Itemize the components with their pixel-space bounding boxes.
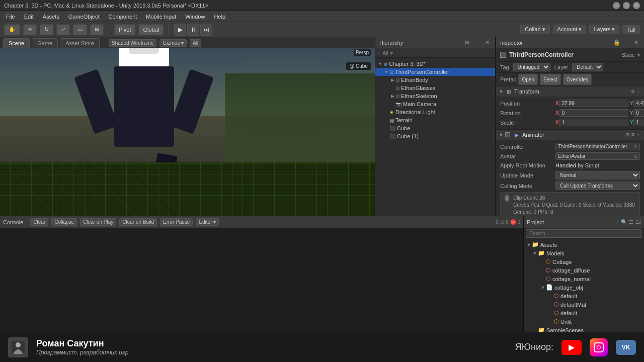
hierarchy-close-btn[interactable]: ✕ (483, 39, 491, 47)
hierarchy-item-dir-light[interactable]: ☀ Directional Light (375, 108, 495, 116)
hierarchy-lock-btn[interactable]: ⊞ (463, 39, 471, 47)
hierarchy-item-tpc[interactable]: ▼ ⊡ ThirdPersonController (375, 68, 495, 76)
scale-tool-btn[interactable]: ⤢ (56, 24, 70, 35)
hierarchy-item-ethan-body[interactable]: ▶ ⊡ EthanBody (375, 76, 495, 84)
hierarchy-item-terrain[interactable]: ▦ Terrain (375, 116, 495, 124)
project-layout-btn[interactable]: ☰ (629, 219, 633, 225)
rot-y-input[interactable] (633, 109, 644, 117)
inspector-close-btn[interactable]: ✕ (632, 39, 640, 47)
hierarchy-add-btn[interactable]: + (377, 50, 380, 56)
menu-mobile-input[interactable]: Mobile Input (142, 13, 180, 21)
animator-more-btn[interactable]: ⋮ (636, 132, 641, 137)
proj-sample-scenes[interactable]: 📁 SampleScenes (524, 326, 644, 332)
hierarchy-item-ethan-glasses[interactable]: ⊡ EthanGlasses (375, 84, 495, 92)
menu-help[interactable]: Help (210, 13, 229, 21)
gizmos-btn[interactable]: Gizmos ▾ (159, 39, 187, 47)
proj-assets-folder[interactable]: ▼ 📁 Assets (524, 240, 644, 249)
animator-settings-btn[interactable]: ⚙ (631, 132, 635, 137)
proj-default-mat[interactable]: ⬡ defaultMat (524, 300, 644, 309)
tab-game[interactable]: Game (32, 38, 58, 48)
inspector-menu-btn[interactable]: ≡ (622, 39, 630, 47)
tab-scene[interactable]: Scene (3, 38, 30, 48)
play-btn[interactable]: ▶ (174, 24, 186, 36)
account-btn[interactable]: Account ▾ (553, 25, 587, 34)
proj-models-folder[interactable]: ▼ 📁 Models (524, 249, 644, 257)
editor-btn[interactable]: Editor ▾ (196, 218, 219, 226)
menu-component[interactable]: Component (104, 13, 141, 21)
clear-on-play-btn[interactable]: Clear on Play (80, 218, 116, 226)
rot-x-input[interactable] (559, 109, 628, 117)
pivot-btn[interactable]: Pivot (114, 24, 135, 35)
project-search-input[interactable] (526, 229, 642, 238)
hierarchy-menu-btn[interactable]: ≡ (473, 39, 481, 47)
close-btn[interactable]: ✕ (633, 2, 640, 9)
obj-active-checkbox[interactable] (500, 52, 506, 58)
transform-more-btn[interactable]: ⋮ (636, 89, 641, 94)
scale-x-input[interactable] (559, 119, 628, 126)
global-btn[interactable]: Global (138, 24, 164, 35)
menu-assets[interactable]: Assets (39, 13, 63, 21)
menu-gameobject[interactable]: GameObject (64, 13, 104, 21)
layer-select[interactable]: Default (572, 63, 603, 71)
proj-cottage[interactable]: ⬡ Cottage (524, 257, 644, 266)
inspector-lock-btn[interactable]: 🔒 (613, 39, 621, 47)
animator-ref-btn[interactable]: ⊞ (625, 132, 629, 137)
move-tool-btn[interactable]: ✛ (23, 24, 37, 35)
pos-y-input[interactable] (633, 100, 644, 107)
step-btn[interactable]: ⏭ (200, 24, 212, 36)
culling-mode-select[interactable]: Cull Update Transforms (555, 182, 640, 190)
avatar-ref[interactable]: EthanAvatar ⊙ (555, 152, 640, 160)
rotate-tool-btn[interactable]: ↻ (40, 24, 53, 35)
hierarchy-item-main-camera[interactable]: 📷 Main Camera (375, 100, 495, 108)
prefab-select-btn[interactable]: Select (540, 74, 561, 85)
collapse-btn[interactable]: Collapse (51, 218, 77, 226)
tall-btn[interactable]: Tall (622, 25, 640, 34)
all-filter[interactable]: All (382, 50, 388, 56)
controller-ref[interactable]: ThirdPersonAnimatorController ⊙ (555, 143, 640, 150)
scale-y-input[interactable] (633, 119, 644, 126)
viewport[interactable]: Scene Game Asset Store Shaded Wireframe … (0, 37, 375, 216)
pause-btn[interactable]: ⏸ (187, 24, 199, 36)
rect-tool-btn[interactable]: ▭ (73, 24, 87, 35)
transform-header[interactable]: ▼ ⊞ Transform ⚙ ⋮ (496, 86, 644, 97)
proj-cottage-diffuse[interactable]: ⬡ cottage_diffuse (524, 266, 644, 275)
menu-window[interactable]: Window (181, 13, 209, 21)
project-search-btn[interactable]: 🔍 (621, 219, 627, 225)
transform-settings-btn[interactable]: ⚙ (631, 89, 635, 94)
clear-on-build-btn[interactable]: Clear on Build (119, 218, 157, 226)
update-mode-select[interactable]: Normal (555, 171, 640, 179)
animator-header[interactable]: ▼ ▶ Animator ⊞ ⚙ ⋮ (496, 130, 644, 140)
pos-x-input[interactable] (559, 100, 628, 107)
prefab-overrides-btn[interactable]: Overrides (563, 74, 592, 85)
menu-file[interactable]: File (2, 13, 19, 21)
maximize-btn[interactable]: □ (623, 2, 630, 9)
hierarchy-scene-root[interactable]: ▼ ⊛ Chapter 3. 3D* (375, 60, 495, 68)
animator-checkbox[interactable] (505, 132, 510, 137)
proj-unlit[interactable]: ⬡ Unlit (524, 317, 644, 326)
hand-tool-btn[interactable]: ✋ (4, 24, 20, 35)
project-add-btn[interactable]: + (616, 219, 619, 225)
prefab-open-btn[interactable]: Open (518, 74, 537, 85)
hierarchy-item-cube[interactable]: ⬛ Cube (375, 124, 495, 132)
hierarchy-dropdown[interactable]: ▾ (390, 50, 393, 56)
menu-edit[interactable]: Edit (20, 13, 38, 21)
static-dropdown[interactable]: ▾ (637, 52, 640, 58)
collab-btn[interactable]: Collab ▾ (520, 25, 549, 34)
proj-default[interactable]: ⬡ default (524, 292, 644, 300)
transform-tool-btn[interactable]: ⊞ (90, 24, 104, 35)
clear-btn[interactable]: Clear (30, 218, 48, 226)
proj-default2[interactable]: ⬡ default (524, 309, 644, 317)
all-btn[interactable]: All (190, 39, 201, 47)
proj-cottage-normal[interactable]: ⬡ cottage_normal (524, 275, 644, 283)
layers-btn[interactable]: Layers ▾ (589, 25, 619, 34)
shaded-wireframe-btn[interactable]: Shaded Wireframe (109, 39, 156, 47)
instagram-icon[interactable] (590, 338, 608, 356)
tag-select[interactable]: Untagged (513, 63, 550, 71)
hierarchy-item-ethan-skeleton[interactable]: ▶ ⊡ EthanSkeleton (375, 92, 495, 100)
youtube-icon[interactable]: ▶ (561, 340, 582, 355)
hierarchy-item-cube1[interactable]: ⬛ Cube (1) (375, 132, 495, 140)
minimize-btn[interactable]: ─ (613, 2, 620, 9)
proj-cottage-obj[interactable]: ▼ 📄 cottage_obj (524, 283, 644, 292)
vk-icon[interactable]: VK (616, 340, 636, 355)
tab-asset-store[interactable]: Asset Store (60, 38, 100, 48)
